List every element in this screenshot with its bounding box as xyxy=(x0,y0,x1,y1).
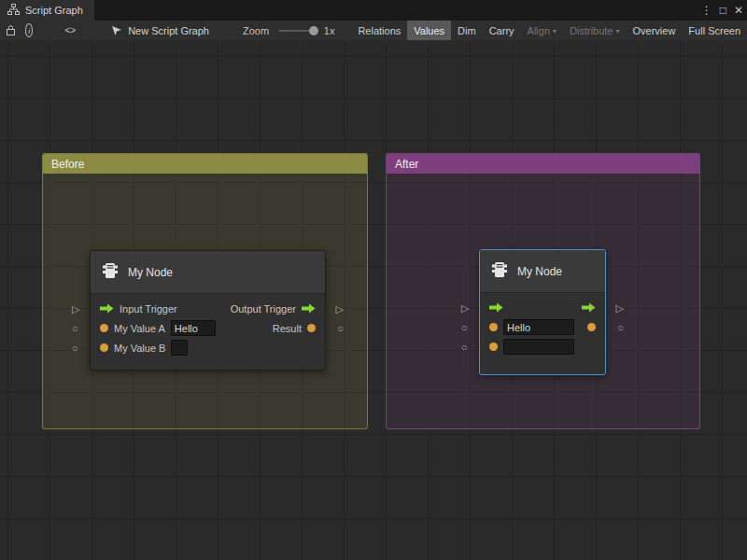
graph-name-label: New Script Graph xyxy=(128,25,209,36)
full-screen-label: Full Screen xyxy=(688,25,740,36)
value-a-port-icon[interactable] xyxy=(100,324,108,332)
carry-label: Carry xyxy=(489,25,514,36)
node-body: ▷ Input Trigger Output Trigger ▷ ○ My Va… xyxy=(91,294,325,370)
value-b-row: ○ My Value B xyxy=(91,338,325,357)
node-header[interactable]: My Node xyxy=(91,251,325,294)
value-b-label: My Value B xyxy=(114,343,165,354)
graph-name-group[interactable]: New Script Graph xyxy=(111,21,209,40)
value-a-outer-port[interactable]: ○ xyxy=(461,322,468,332)
carry-button[interactable]: Carry xyxy=(483,21,521,40)
tab-script-graph[interactable]: Script Graph xyxy=(0,0,94,21)
value-a-input[interactable]: Hello xyxy=(503,319,574,335)
unit-icon xyxy=(101,261,120,283)
group-before-header[interactable]: Before xyxy=(43,154,367,174)
lock-icon[interactable] xyxy=(6,21,16,40)
unit-icon xyxy=(490,260,509,282)
close-icon[interactable]: ✕ xyxy=(734,0,743,21)
input-trigger-port-icon[interactable] xyxy=(100,303,114,314)
align-label: Align xyxy=(528,25,550,36)
value-a-outer-port[interactable]: ○ xyxy=(72,323,78,333)
relations-button[interactable]: Relations xyxy=(351,21,407,40)
value-a-row: ○ My Value A Hello Result ○ xyxy=(91,318,325,338)
distribute-button[interactable]: Distribute ▾ xyxy=(563,21,626,40)
info-icon[interactable]: i xyxy=(25,23,33,37)
dim-button[interactable]: Dim xyxy=(451,21,483,40)
zoom-slider[interactable] xyxy=(278,30,315,32)
value-a-input[interactable]: Hello xyxy=(171,320,216,336)
node-title: My Node xyxy=(517,265,562,278)
value-b-row: ○ xyxy=(480,337,605,357)
output-trigger-outer-port[interactable]: ▷ xyxy=(616,302,624,313)
node-my-node-before[interactable]: My Node ▷ Input Trigger Output Trigger ▷… xyxy=(90,250,326,371)
zoom-slider-knob[interactable] xyxy=(309,26,318,35)
tab-bar: Script Graph ⋮ □ ✕ xyxy=(0,0,747,21)
value-b-port-icon[interactable] xyxy=(489,343,498,351)
value-b-outer-port[interactable]: ○ xyxy=(72,343,78,353)
window-controls: ⋮ □ ✕ xyxy=(701,0,743,21)
value-a-row: ○ Hello ○ xyxy=(480,317,605,337)
tab-title: Script Graph xyxy=(25,5,83,16)
overview-label: Overview xyxy=(633,25,676,36)
graph-canvas[interactable]: Before After My Node xyxy=(0,40,747,560)
code-icon[interactable]: <> xyxy=(64,21,76,40)
group-after-header[interactable]: After xyxy=(387,154,699,174)
value-b-port-icon[interactable] xyxy=(100,343,108,352)
output-trigger-label: Output Trigger xyxy=(231,303,296,315)
relations-label: Relations xyxy=(358,25,401,36)
input-trigger-label: Input Trigger xyxy=(120,303,177,315)
output-trigger-outer-port[interactable]: ▷ xyxy=(336,303,344,314)
value-b-input[interactable] xyxy=(171,340,188,356)
zoom-value: 1x xyxy=(324,25,335,36)
result-label: Result xyxy=(273,323,302,334)
maximize-icon[interactable]: □ xyxy=(720,0,726,21)
value-b-outer-port[interactable]: ○ xyxy=(461,342,468,352)
group-before-title: Before xyxy=(51,158,84,171)
align-button[interactable]: Align ▾ xyxy=(521,21,563,40)
result-port-icon[interactable] xyxy=(587,323,596,331)
value-a-label: My Value A xyxy=(114,323,165,334)
node-header[interactable]: My Node xyxy=(480,250,605,293)
kebab-menu-icon[interactable]: ⋮ xyxy=(701,0,712,21)
zoom-label: Zoom xyxy=(243,25,269,36)
node-body: ▷ ▷ ○ Hello ○ ○ xyxy=(480,293,605,374)
result-outer-port[interactable]: ○ xyxy=(617,322,624,332)
group-after-title: After xyxy=(395,158,418,171)
input-trigger-outer-port[interactable]: ▷ xyxy=(461,302,469,313)
result-port-icon[interactable] xyxy=(307,324,316,332)
node-title: My Node xyxy=(128,266,173,279)
value-a-port-icon[interactable] xyxy=(489,323,498,331)
trigger-row: ▷ Input Trigger Output Trigger ▷ xyxy=(91,299,325,318)
overview-button[interactable]: Overview xyxy=(627,21,683,40)
values-label: Values xyxy=(414,25,444,36)
output-trigger-port-icon[interactable] xyxy=(582,302,596,313)
trigger-row: ▷ ▷ xyxy=(480,298,605,317)
full-screen-button[interactable]: Full Screen xyxy=(682,21,747,40)
input-trigger-outer-port[interactable]: ▷ xyxy=(72,303,79,314)
graph-pointer-icon xyxy=(111,21,122,40)
graph-toolbar: i <> New Script Graph Zoom 1x Relations … xyxy=(0,21,747,41)
distribute-label: Distribute xyxy=(570,25,613,36)
value-b-input[interactable] xyxy=(503,339,574,355)
script-graph-icon xyxy=(7,4,20,17)
output-trigger-port-icon[interactable] xyxy=(302,303,316,314)
dim-label: Dim xyxy=(458,25,476,36)
input-trigger-port-icon[interactable] xyxy=(489,302,503,313)
node-my-node-after[interactable]: My Node ▷ ▷ ○ Hello ○ xyxy=(479,249,606,375)
chevron-down-icon: ▾ xyxy=(553,27,557,35)
values-button[interactable]: Values xyxy=(407,21,451,40)
result-outer-port[interactable]: ○ xyxy=(337,323,344,333)
chevron-down-icon: ▾ xyxy=(616,27,620,35)
